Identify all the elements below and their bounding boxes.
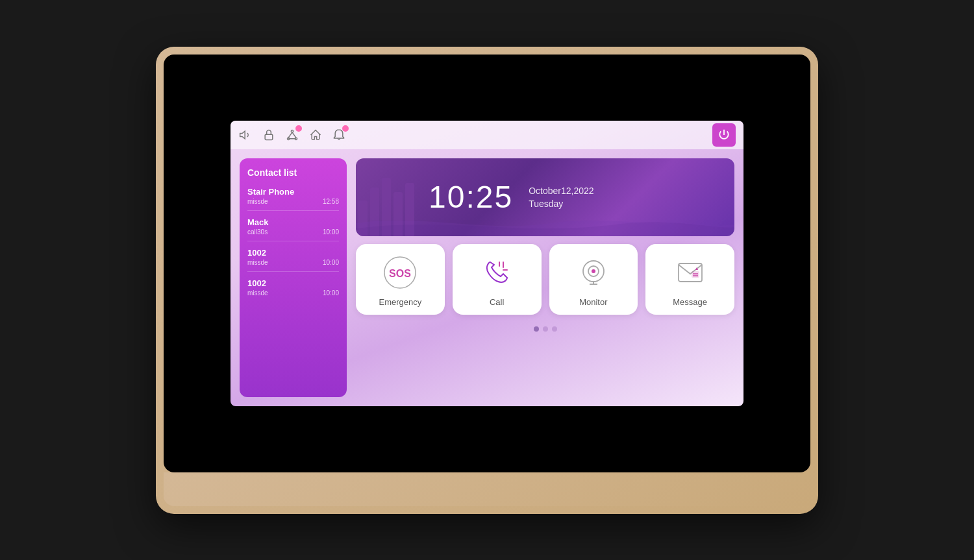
clock-date-text: October12,2022 (529, 186, 593, 196)
svg-line-5 (288, 132, 292, 137)
contact-item-3[interactable]: 1002 missde 10:00 (247, 248, 339, 272)
top-bar-icons (238, 128, 702, 142)
contact-status-1: missde (247, 198, 268, 205)
contact-meta-1: missde 12:58 (247, 198, 339, 205)
main-content: Contact list Stair Phone missde 12:58 Ma… (231, 149, 743, 406)
contact-status-3: missde (247, 259, 268, 266)
monitor-label: Monitor (579, 297, 607, 307)
contact-time-4: 10:00 (323, 289, 339, 297)
svg-text:SOS: SOS (389, 268, 411, 279)
message-button[interactable]: Message (645, 244, 734, 315)
contact-name-1: Stair Phone (247, 187, 339, 197)
svg-marker-0 (240, 131, 245, 139)
contact-status-4: missde (247, 289, 268, 297)
volume-icon[interactable] (238, 128, 253, 142)
pagination-dot-1[interactable] (534, 326, 539, 332)
action-buttons: SOS Emergency (356, 244, 734, 315)
contact-name-2: Mack (247, 217, 339, 227)
clock-date: October12,2022 Tuesday (529, 186, 593, 209)
clock-time: 10:25 (429, 179, 513, 215)
contact-item-2[interactable]: Mack call30s 10:00 (247, 217, 339, 241)
contact-list-title: Contact list (247, 167, 339, 178)
network-badge (295, 125, 302, 132)
svg-rect-19 (692, 271, 699, 278)
lock-icon[interactable] (262, 128, 276, 142)
home-icon[interactable] (308, 128, 323, 142)
contact-name-4: 1002 (247, 278, 339, 288)
monitor-icon (575, 254, 612, 291)
screen-inner: Contact list Stair Phone missde 12:58 Ma… (231, 121, 743, 406)
monitor-button[interactable]: Monitor (549, 244, 638, 315)
call-button[interactable]: Call (453, 244, 542, 315)
contact-item-1[interactable]: Stair Phone missde 12:58 (247, 187, 339, 211)
power-button[interactable] (712, 123, 736, 147)
contact-item-4[interactable]: 1002 missde 10:00 (247, 278, 339, 302)
svg-line-6 (292, 132, 296, 137)
call-icon (479, 254, 515, 291)
message-label: Message (673, 297, 707, 307)
clock-day-text: Tuesday (529, 199, 593, 209)
emergency-button[interactable]: SOS Emergency (356, 244, 445, 315)
device-frame: Contact list Stair Phone missde 12:58 Ma… (156, 47, 818, 514)
clock-card: 10:25 October12,2022 Tuesday (356, 158, 734, 236)
right-panel: 10:25 October12,2022 Tuesday (356, 158, 734, 397)
contact-status-2: call30s (247, 228, 268, 236)
pagination (356, 323, 734, 333)
contact-time-2: 10:00 (323, 228, 339, 236)
wave-decoration (356, 210, 734, 236)
contact-list: Contact list Stair Phone missde 12:58 Ma… (240, 158, 347, 397)
pagination-dot-3[interactable] (552, 326, 557, 332)
emergency-label: Emergency (379, 297, 422, 307)
alarm-icon[interactable] (332, 128, 346, 142)
network-icon[interactable] (285, 128, 299, 142)
contact-meta-4: missde 10:00 (247, 289, 339, 297)
emergency-icon: SOS (382, 254, 418, 291)
svg-point-2 (291, 130, 293, 132)
bottom-bezel (164, 472, 810, 506)
contact-name-3: 1002 (247, 248, 339, 258)
contact-meta-2: call30s 10:00 (247, 228, 339, 236)
top-bar (231, 121, 743, 149)
call-label: Call (490, 297, 504, 307)
contact-time-1: 12:58 (323, 198, 339, 205)
screen: Contact list Stair Phone missde 12:58 Ma… (164, 55, 810, 472)
contact-time-3: 10:00 (323, 259, 339, 266)
svg-point-15 (592, 269, 595, 273)
contact-meta-3: missde 10:00 (247, 259, 339, 266)
alarm-badge (342, 125, 349, 132)
pagination-dot-2[interactable] (543, 326, 548, 332)
svg-rect-1 (265, 134, 273, 140)
message-icon (672, 254, 708, 291)
